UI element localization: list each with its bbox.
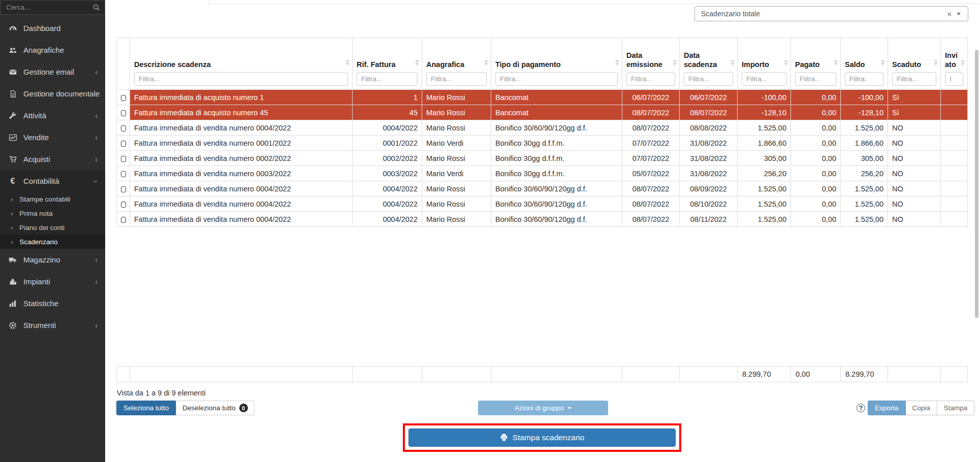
select-all-button[interactable]: Seleziona tutto (116, 401, 176, 415)
search-icon[interactable] (92, 4, 101, 12)
table-row[interactable]: Fattura immediata di vendita numero 0004… (117, 181, 968, 196)
table-row[interactable]: Fattura immediata di vendita numero 0001… (117, 136, 968, 151)
filter-input-rif-fattura[interactable] (357, 72, 418, 86)
row-checkbox[interactable] (121, 95, 126, 101)
table-row[interactable]: Fattura immediata di vendita numero 0004… (117, 120, 968, 136)
sidebar-item-gestione-documentale[interactable]: Gestione documentale (0, 83, 105, 105)
sidebar-item-label: Gestione documentale (23, 89, 100, 98)
submenu-item-scadenzario[interactable]: ›Scadenzario (0, 235, 105, 249)
cell-data-emissione: 06/07/2022 (622, 90, 680, 105)
column-header-anagrafica[interactable]: Anagrafica (422, 38, 491, 90)
column-header-data-emissione[interactable]: Data emissione (622, 38, 680, 90)
submenu-item-piano-dei-conti[interactable]: ›Piano dei conti (0, 220, 105, 235)
content-top-border (208, 0, 980, 4)
sort-icon[interactable] (345, 59, 350, 65)
cell-pagato: 0,00 (791, 120, 841, 136)
footer-cell-data-scadenza (680, 367, 738, 382)
sidebar-item-anagrafiche[interactable]: Anagrafiche (0, 39, 105, 61)
filter-input-inviato[interactable] (945, 72, 963, 86)
sort-icon[interactable] (673, 59, 677, 65)
cell-scaduto: NO (888, 120, 941, 136)
cell-data-scadenza: 31/08/2022 (680, 151, 738, 166)
clear-selection-icon[interactable]: × (942, 10, 957, 18)
chevron-down-icon[interactable] (957, 13, 961, 15)
cell-inviato (941, 212, 968, 227)
table-row[interactable]: Fattura immediata di vendita numero 0003… (117, 166, 968, 181)
row-checkbox[interactable] (121, 217, 126, 223)
filter-input-scaduto[interactable] (892, 72, 936, 86)
column-header-descrizione[interactable]: Descrizione scadenza (130, 38, 353, 90)
row-checkbox[interactable] (121, 141, 126, 147)
filter-input-tipo-pagamento[interactable] (495, 72, 618, 86)
gear-icon (8, 321, 18, 329)
print-button[interactable]: Stampa (937, 401, 975, 415)
table-row[interactable]: Fattura immediata di vendita numero 0002… (117, 151, 968, 166)
sidebar-item-magazzino[interactable]: Magazzino‹ (0, 249, 105, 271)
table-row[interactable]: Fattura immediata di acquisto numero 11M… (117, 90, 968, 105)
column-header-rif-fattura[interactable]: Rif. Fattura (353, 38, 422, 90)
sidebar-item-acquisti[interactable]: Acquisti‹ (0, 148, 105, 170)
sort-icon[interactable] (934, 59, 938, 65)
column-header-pagato[interactable]: Pagato (791, 38, 841, 90)
row-checkbox[interactable] (121, 110, 126, 116)
submenu-item-prima-nota[interactable]: ›Prima nota (0, 206, 105, 220)
sidebar-item-vendite[interactable]: Vendite‹ (0, 126, 105, 148)
print-schedule-button[interactable]: Stampa scadenzario (408, 428, 676, 447)
sort-icon[interactable] (615, 59, 619, 65)
cell-pagato: 0,00 (791, 212, 841, 227)
schedule-type-select[interactable]: Scadenzario totale × (694, 6, 968, 21)
row-checkbox[interactable] (121, 202, 126, 208)
sort-icon[interactable] (484, 59, 488, 65)
sidebar-item-statistiche[interactable]: Statistiche (0, 292, 105, 314)
printer-icon (500, 434, 508, 442)
sidebar-item-dashboard[interactable]: Dashboard (0, 17, 105, 39)
table-row[interactable]: Fattura immediata di acquisto numero 454… (117, 105, 968, 120)
row-checkbox[interactable] (121, 125, 126, 131)
sidebar-item-strumenti[interactable]: Strumenti‹ (0, 314, 105, 336)
column-title: Pagato (795, 60, 836, 69)
submenu-item-stampe-contabili[interactable]: ›Stampe contabili (0, 192, 105, 206)
table-row[interactable]: Fattura immediata di vendita numero 0004… (117, 196, 968, 212)
deselect-all-button[interactable]: Deseleziona tutto 0 (176, 401, 254, 415)
sort-icon[interactable] (834, 59, 838, 65)
cell-scaduto: NO (888, 151, 941, 166)
table-row[interactable]: Fattura immediata di vendita numero 0004… (117, 212, 968, 227)
group-actions-button[interactable]: Azioni di gruppo (478, 401, 608, 415)
sidebar-item-attivit-[interactable]: Attività‹ (0, 105, 105, 126)
filter-input-data-scadenza[interactable] (684, 72, 733, 86)
submenu-item-label: Scadenzario (19, 238, 57, 246)
cell-inviato (941, 181, 968, 196)
column-header-inviato[interactable]: Inviato (941, 38, 968, 90)
help-icon[interactable]: ? (857, 404, 865, 412)
copy-button[interactable]: Copia (906, 401, 937, 415)
filter-input-importo[interactable] (742, 72, 786, 86)
export-button[interactable]: Esporta (868, 401, 906, 415)
column-title: Tipo di pagamento (495, 60, 618, 69)
sort-icon[interactable] (415, 59, 419, 65)
column-header-data-scadenza[interactable]: Data scadenza (680, 38, 738, 90)
filter-input-data-emissione[interactable] (626, 72, 675, 86)
vertical-scrollbar[interactable] (975, 50, 978, 318)
column-header-importo[interactable]: Importo (738, 38, 791, 90)
sidebar-item-contabilit-[interactable]: €Contabilità› (0, 170, 105, 192)
filter-input-anagrafica[interactable] (426, 72, 487, 86)
sort-icon[interactable] (961, 59, 965, 65)
sort-icon[interactable] (881, 59, 885, 65)
filter-input-pagato[interactable] (795, 72, 836, 86)
sidebar-item-impianti[interactable]: Impianti‹ (0, 271, 105, 292)
filter-input-descrizione[interactable] (134, 72, 348, 86)
column-header-tipo-pagamento[interactable]: Tipo di pagamento (491, 38, 622, 90)
column-header-scaduto[interactable]: Scaduto (888, 38, 941, 90)
row-checkbox[interactable] (121, 186, 126, 192)
search-input[interactable] (1, 1, 105, 14)
sort-icon[interactable] (731, 59, 735, 65)
cell-scaduto: NO (888, 136, 941, 151)
sort-icon[interactable] (784, 59, 788, 65)
cell-rif-fattura: 0004/2022 (353, 181, 422, 196)
cell-data-scadenza: 08/09/2022 (680, 181, 738, 196)
sidebar-item-gestione-email[interactable]: Gestione email‹ (0, 61, 105, 83)
filter-input-saldo[interactable] (845, 72, 883, 86)
column-header-saldo[interactable]: Saldo (841, 38, 888, 90)
row-checkbox[interactable] (121, 156, 126, 162)
row-checkbox[interactable] (121, 171, 126, 177)
